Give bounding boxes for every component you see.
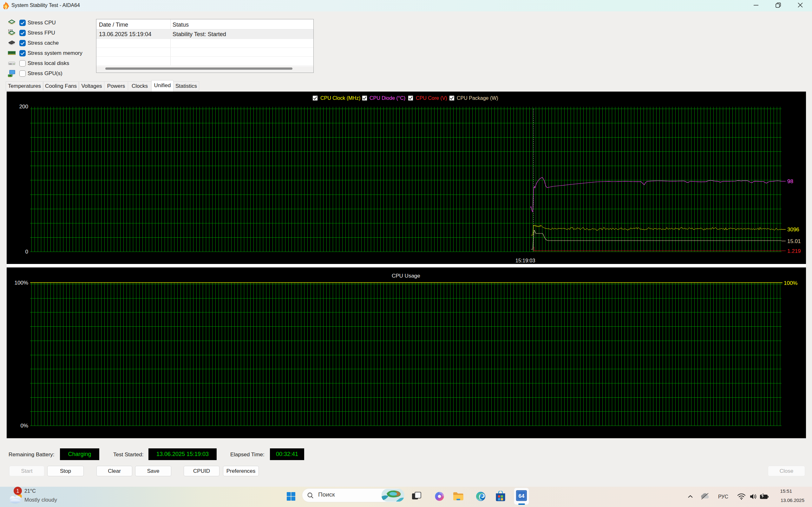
svg-text:64: 64 (519, 493, 525, 499)
svg-text:1: 1 (16, 488, 19, 494)
